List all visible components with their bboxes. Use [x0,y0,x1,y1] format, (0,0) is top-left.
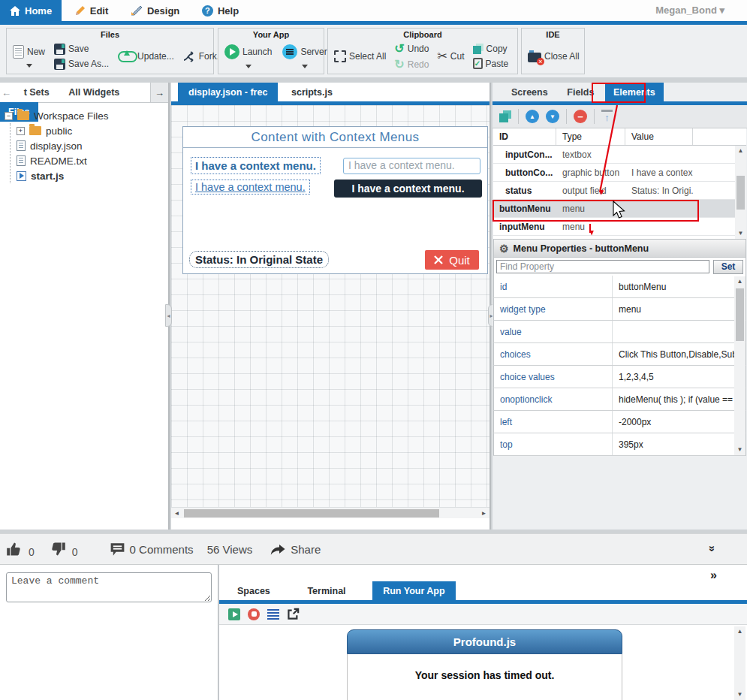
run-play-button[interactable] [228,608,240,620]
dropdown-caret-icon[interactable] [26,64,32,68]
grid-header-type[interactable]: Type [556,128,625,145]
share-icon[interactable] [269,542,286,557]
property-row-id[interactable]: id buttonMenu [493,276,746,298]
element-row-inputMenu[interactable]: inputMenu menu [493,218,735,236]
grid-header-id[interactable]: ID [493,128,556,145]
copy-button[interactable]: Copy [473,44,509,54]
tab-screens[interactable]: Screens [503,83,556,102]
design-canvas[interactable]: Content with Context Menus I have a cont… [171,105,489,518]
move-down-button[interactable]: ▼ [546,110,559,123]
scrollbar-thumb[interactable] [184,509,439,517]
run-stop-button[interactable] [248,608,260,620]
tab-scroll-right-icon[interactable]: → [150,83,168,102]
tree-expander-closed-icon[interactable]: + [17,127,25,135]
send-to-top-button[interactable]: ↑ [601,110,613,123]
chevron-down-double-icon[interactable]: » [706,545,718,551]
tab-spaces[interactable]: Spaces [227,581,281,600]
scroll-up-icon[interactable]: ▲ [734,626,745,637]
undo-button[interactable]: ↺ Undo [394,43,429,55]
widget-dark-button[interactable]: I have a context menu. [334,180,482,198]
remove-element-button[interactable]: − [574,110,587,123]
editor-tab-scripts-js[interactable]: scripts.js [281,83,343,101]
menu-tab-help[interactable]: ? Help [192,0,248,21]
comments-icon[interactable] [110,542,125,557]
scroll-up-icon[interactable]: ▲ [735,146,746,156]
widget-status-text[interactable]: Status: In Original State [189,251,329,268]
scrollbar-thumb[interactable] [736,176,745,210]
menu-tab-design[interactable]: Design [121,0,189,21]
collapse-left-handle[interactable]: ◂ [165,304,172,327]
tree-item-workspace-files[interactable]: − Workspace Files [5,108,109,123]
sidebar-tab-widget-sets[interactable]: t Sets [16,83,58,102]
scroll-left-icon[interactable]: ◄ [171,508,182,518]
grid-header-value[interactable]: Value [625,128,693,145]
save-as-button[interactable]: Save As... [54,59,109,70]
tree-item-display-json[interactable]: display.json [17,138,109,153]
new-button[interactable]: New [13,45,45,59]
tree-expander-open-icon[interactable]: − [5,112,13,120]
close-all-button[interactable]: Close All [528,50,580,62]
scroll-up-icon[interactable]: ▲ [734,276,745,287]
run-log-button[interactable] [267,609,279,620]
dropdown-caret-icon[interactable] [245,65,252,68]
comment-input[interactable] [6,572,212,602]
element-row-buttonMenu[interactable]: buttonMenu menu [493,200,735,218]
scrollbar-thumb[interactable] [736,288,744,341]
paste-button[interactable]: ✓ Paste [473,58,509,69]
widget-quit-button[interactable]: Quit [425,250,479,270]
cut-button[interactable]: ✂ Cut [437,50,464,62]
tab-scroll-left-icon[interactable]: ← [0,83,13,102]
scroll-down-icon[interactable]: ▼ [734,689,745,700]
scroll-down-icon[interactable]: ▼ [735,228,746,239]
launch-button[interactable]: Launch [224,44,272,59]
redo-button[interactable]: ↻ Redo [394,59,429,71]
property-row-top[interactable]: top 395px [493,433,746,456]
element-row-status[interactable]: status output field Status: In Origi... [493,182,735,200]
design-panel-widget[interactable]: Content with Context Menus I have a cont… [182,126,488,274]
dropdown-caret-icon[interactable] [302,65,308,68]
share-label[interactable]: Share [291,543,321,556]
tree-item-public[interactable]: + public [17,123,109,138]
tree-item-readme[interactable]: README.txt [17,153,109,168]
widget-bold-text[interactable]: I have a context menu. [191,157,321,174]
elements-grid-scrollbar[interactable]: ▲ ▼ [735,146,746,239]
property-row-value[interactable]: value [493,321,746,343]
run-scrollbar[interactable]: ▲ ▼ [734,626,745,700]
widget-textbox[interactable]: I have a context menu. [343,158,480,174]
select-all-button[interactable]: Select All [334,50,386,62]
user-menu[interactable]: Megan_Bond ▾ [655,5,724,16]
tab-fields[interactable]: Fields [559,83,602,102]
tree-item-start-js[interactable]: start.js [17,168,109,183]
canvas-horizontal-scrollbar[interactable]: ◄ ► [171,507,489,518]
comments-count[interactable]: 0 Comments [130,543,194,556]
sidebar-tab-all-widgets[interactable]: All Widgets [60,83,128,102]
element-row-buttonContext[interactable]: buttonCo... graphic button I have a cont… [493,164,735,182]
tab-run-your-app[interactable]: Run Your App [372,581,455,600]
tab-elements[interactable]: Elements [605,83,664,102]
property-row-choice-values[interactable]: choice values 1,2,3,4,5 [493,366,746,388]
property-row-choices[interactable]: choices Click This Button,Disable,Sub [493,343,746,366]
thumbs-up-icon[interactable] [6,541,23,557]
open-external-icon[interactable] [287,608,300,620]
property-row-left[interactable]: left -2000px [493,411,746,433]
menu-tab-home[interactable]: Home [0,0,62,21]
element-row-inputContext[interactable]: inputCon... textbox [493,146,735,164]
copy-element-button[interactable] [499,110,511,122]
scroll-down-icon[interactable]: ▼ [734,445,745,455]
find-property-input[interactable] [496,260,709,273]
editor-tab-display-json[interactable]: display.json - frec [178,83,278,101]
save-button[interactable]: Save [54,44,109,55]
properties-scrollbar[interactable]: ▲ ▼ [734,276,745,455]
set-button[interactable]: Set [713,260,743,274]
menu-tab-edit[interactable]: Edit [65,0,119,21]
tab-terminal[interactable]: Terminal [297,581,356,600]
thumbs-down-icon[interactable] [50,541,66,557]
property-row-onoptionclick[interactable]: onoptionclick hideMenu( this ); if (valu… [493,388,746,411]
property-row-widget-type[interactable]: widget type menu [493,298,746,321]
move-up-button[interactable]: ▲ [526,110,539,123]
widget-hyperlink[interactable]: I have a context menu. [191,180,310,195]
chevron-right-double-icon[interactable]: » [710,569,717,582]
scroll-right-icon[interactable]: ► [478,508,489,518]
server-button[interactable]: Server [282,44,327,59]
update-button[interactable]: Update... [118,50,174,62]
